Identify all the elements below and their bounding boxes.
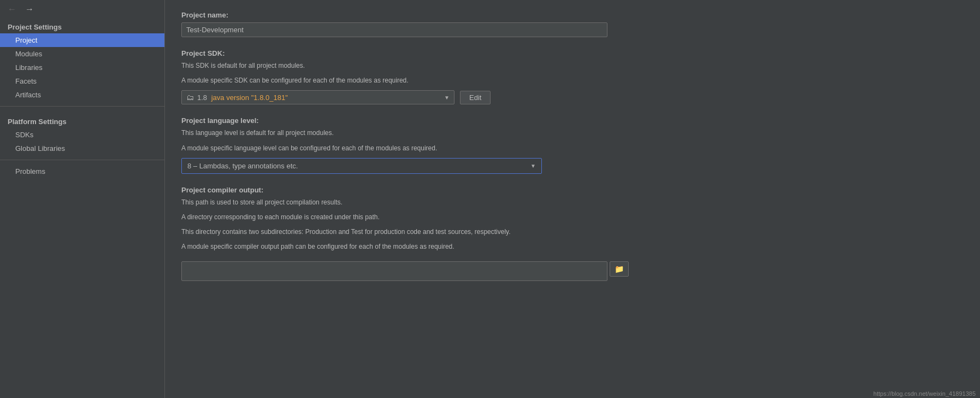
- compiler-output-desc4: A module specific compiler output path c…: [181, 242, 964, 252]
- compiler-output-row: 📁: [181, 257, 964, 281]
- platform-settings-header: Platform Settings: [0, 113, 164, 128]
- sidebar-item-artifacts[interactable]: Artifacts: [0, 88, 164, 102]
- sidebar-item-sdks[interactable]: SDKs: [0, 128, 164, 142]
- sdk-dropdown[interactable]: 🗂 1.8 java version "1.8.0_181" ▼: [181, 90, 454, 104]
- sidebar-project-section: ProjectModulesLibrariesFacetsArtifacts: [0, 33, 164, 102]
- sidebar: ← → Project Settings ProjectModulesLibra…: [0, 0, 165, 398]
- sdk-dropdown-arrow-icon: ▼: [444, 95, 450, 101]
- project-lang-desc1: This language level is default for all p…: [181, 128, 964, 138]
- project-lang-label: Project language level:: [181, 116, 964, 125]
- project-sdk-label: Project SDK:: [181, 49, 964, 57]
- sidebar-divider-2: [0, 160, 164, 160]
- project-name-section: Project name:: [181, 11, 964, 37]
- sidebar-item-libraries[interactable]: Libraries: [0, 61, 164, 74]
- project-lang-section: Project language level: This language le…: [181, 116, 964, 173]
- compiler-output-input[interactable]: [181, 261, 607, 281]
- edit-sdk-button[interactable]: Edit: [460, 91, 491, 104]
- lang-dropdown-arrow-icon: ▼: [530, 163, 536, 169]
- project-sdk-desc1: This SDK is default for all project modu…: [181, 61, 964, 71]
- sidebar-item-modules[interactable]: Modules: [0, 47, 164, 61]
- compiler-output-folder-button[interactable]: 📁: [610, 261, 629, 277]
- compiler-output-desc3: This directory contains two subdirectori…: [181, 227, 964, 237]
- sidebar-item-project[interactable]: Project: [0, 33, 164, 47]
- project-sdk-desc2: A module specific SDK can be configured …: [181, 75, 964, 86]
- folder-icon: 📁: [615, 265, 624, 273]
- sdk-version-text: 1.8: [197, 93, 207, 102]
- sidebar-item-global-libraries[interactable]: Global Libraries: [0, 142, 164, 155]
- sidebar-divider-1: [0, 106, 164, 107]
- project-lang-desc2: A module specific language level can be …: [181, 143, 964, 154]
- project-settings-header: Project Settings: [0, 19, 164, 33]
- lang-level-value: 8 – Lambdas, type annotations etc.: [187, 162, 298, 170]
- project-name-input[interactable]: [181, 22, 607, 37]
- compiler-output-desc2: A directory corresponding to each module…: [181, 212, 964, 223]
- sdk-folder-icon: 🗂: [186, 93, 194, 102]
- main-content: Project name: Project SDK: This SDK is d…: [165, 0, 980, 398]
- sdk-detail-text: java version "1.8.0_181": [209, 93, 288, 102]
- sidebar-item-facets[interactable]: Facets: [0, 74, 164, 88]
- lang-level-dropdown[interactable]: 8 – Lambdas, type annotations etc. ▼: [181, 158, 542, 174]
- compiler-output-section: Project compiler output: This path is us…: [181, 186, 964, 281]
- compiler-output-desc1: This path is used to store all project c…: [181, 197, 964, 208]
- sdk-row: 🗂 1.8 java version "1.8.0_181" ▼ Edit: [181, 90, 964, 104]
- compiler-output-label: Project compiler output:: [181, 186, 964, 194]
- nav-buttons: ← →: [0, 0, 164, 19]
- project-sdk-section: Project SDK: This SDK is default for all…: [181, 49, 964, 104]
- forward-button[interactable]: →: [22, 3, 37, 15]
- back-button[interactable]: ←: [4, 3, 20, 15]
- status-bar: https://blog.csdn.net/weixin_41891385: [869, 389, 980, 398]
- project-name-label: Project name:: [181, 11, 964, 19]
- sidebar-item-problems[interactable]: Problems: [0, 165, 164, 178]
- sidebar-platform-section: SDKsGlobal Libraries: [0, 128, 164, 155]
